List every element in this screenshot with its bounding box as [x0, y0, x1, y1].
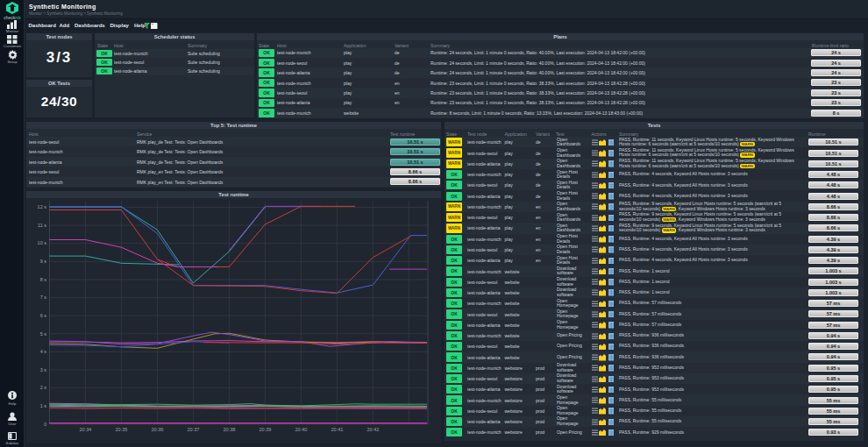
svg-text:6 s: 6 s	[40, 313, 47, 318]
svg-text:20:42: 20:42	[367, 427, 380, 432]
svg-text:3 s: 3 s	[40, 367, 47, 372]
svg-text:20:36: 20:36	[152, 427, 164, 432]
svg-text:0: 0	[44, 422, 46, 427]
svg-text:20:35: 20:35	[116, 427, 128, 432]
svg-text:20:37: 20:37	[188, 427, 200, 432]
svg-text:5 s: 5 s	[40, 331, 47, 337]
svg-text:20:41: 20:41	[331, 427, 344, 432]
svg-text:10 s: 10 s	[38, 240, 47, 245]
svg-text:12 s: 12 s	[38, 204, 47, 209]
svg-text:20:40: 20:40	[295, 427, 308, 432]
svg-text:8 s: 8 s	[40, 277, 47, 282]
svg-text:20:34: 20:34	[80, 427, 92, 432]
svg-text:20:38: 20:38	[224, 427, 236, 432]
svg-text:7 s: 7 s	[40, 294, 47, 300]
svg-text:20:39: 20:39	[260, 427, 272, 432]
svg-text:9 s: 9 s	[40, 259, 47, 264]
svg-text:11 s: 11 s	[38, 223, 46, 228]
svg-text:4 s: 4 s	[40, 349, 47, 354]
svg-text:2 s: 2 s	[40, 385, 47, 390]
svg-text:1 s: 1 s	[40, 403, 47, 408]
